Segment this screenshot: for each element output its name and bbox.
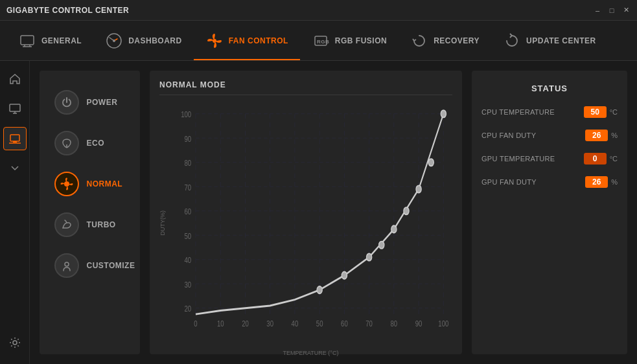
- nav-item-update-center[interactable]: UPDATE CENTER: [491, 21, 608, 60]
- update-center-icon: [503, 32, 521, 50]
- svg-point-64: [404, 207, 409, 214]
- svg-rect-9: [10, 104, 20, 111]
- fan-control-icon: [205, 32, 224, 50]
- svg-text:80: 80: [185, 159, 192, 168]
- svg-text:20: 20: [185, 304, 192, 313]
- cpu-temperature-value: 50: [584, 106, 607, 118]
- turbo-mode-icon: [54, 212, 79, 237]
- nav-label-general: GENERAL: [41, 36, 82, 45]
- maximize-button[interactable]: □: [607, 6, 616, 15]
- left-sidebar: [0, 61, 30, 364]
- customize-mode-label: CUSTOMIZE: [87, 261, 135, 270]
- customize-mode-icon: [54, 253, 79, 278]
- gpu-fan-duty-value: 26: [585, 176, 608, 188]
- nav-label-recovery: RECOVERY: [434, 36, 480, 45]
- nav-item-fan-control[interactable]: FAN CONTROL: [194, 21, 300, 60]
- mode-item-normal[interactable]: NORMAL: [48, 165, 132, 203]
- svg-text:70: 70: [185, 183, 192, 192]
- svg-text:40: 40: [292, 319, 299, 328]
- sidebar-home-icon[interactable]: [3, 67, 27, 91]
- close-button[interactable]: ✕: [621, 6, 631, 15]
- status-panel: STATUS CPU TEMPERATURE 50 °C CPU FAN DUT…: [472, 71, 627, 354]
- sidebar-arrow-icon[interactable]: [3, 157, 27, 180]
- svg-text:90: 90: [415, 319, 423, 328]
- turbo-mode-label: TURBO: [87, 220, 116, 229]
- app-title: GIGABYTE CONTROL CENTER: [6, 6, 129, 15]
- svg-text:10: 10: [217, 319, 224, 328]
- status-title: STATUS: [481, 84, 618, 93]
- svg-text:60: 60: [341, 319, 348, 328]
- nav-item-dashboard[interactable]: DASHBOARD: [93, 21, 194, 60]
- power-mode-icon: [54, 90, 79, 115]
- chart-x-label: TEMPERATURE (°C): [169, 350, 452, 356]
- chart-container[interactable]: DUTY(%): [159, 102, 452, 345]
- recovery-icon: [410, 32, 428, 50]
- svg-text:RGB: RGB: [317, 39, 329, 45]
- nav-bar: GENERAL DASHBOARD FAN CONTROL: [0, 21, 637, 61]
- cpu-temperature-unit: °C: [610, 108, 618, 116]
- svg-point-61: [367, 253, 372, 260]
- chart-svg: 100 90 80 70 60 50 40 30 20 0 10 20 30: [169, 102, 452, 345]
- sidebar-laptop-icon[interactable]: [3, 127, 27, 150]
- nav-item-rgb-fusion[interactable]: RGB RGB FUSION: [300, 21, 399, 60]
- svg-rect-0: [21, 36, 34, 45]
- svg-rect-14: [13, 141, 17, 142]
- cpu-fan-duty-unit: %: [611, 131, 618, 139]
- gpu-temperature-value-group: 0 °C: [584, 153, 618, 165]
- svg-point-60: [342, 272, 347, 279]
- minimize-button[interactable]: –: [593, 6, 602, 15]
- svg-point-5: [113, 40, 115, 42]
- svg-text:40: 40: [185, 256, 192, 265]
- nav-label-fan-control: FAN CONTROL: [229, 36, 288, 45]
- svg-point-6: [213, 39, 216, 43]
- svg-point-65: [416, 185, 421, 192]
- svg-point-17: [64, 181, 69, 187]
- nav-item-recovery[interactable]: RECOVERY: [399, 21, 491, 60]
- power-mode-label: POWER: [87, 98, 118, 107]
- svg-text:60: 60: [185, 207, 192, 216]
- general-icon: [18, 32, 36, 50]
- svg-point-15: [13, 341, 17, 345]
- chart-panel: NORMAL MODE DUTY(%): [150, 71, 462, 354]
- nav-label-rgb-fusion: RGB FUSION: [335, 36, 387, 45]
- status-row-cpu-temp: CPU TEMPERATURE 50 °C: [481, 106, 618, 118]
- status-row-gpu-fan: GPU FAN DUTY 26 %: [481, 176, 618, 188]
- mode-item-eco[interactable]: ECO: [48, 124, 132, 162]
- mode-item-turbo[interactable]: TURBO: [48, 206, 132, 244]
- svg-text:100: 100: [181, 110, 191, 119]
- svg-text:50: 50: [185, 231, 192, 240]
- mode-item-power[interactable]: POWER: [48, 84, 132, 121]
- title-bar: GIGABYTE CONTROL CENTER – □ ✕: [0, 0, 637, 21]
- gpu-temperature-unit: °C: [610, 155, 618, 163]
- svg-text:30: 30: [266, 319, 273, 328]
- chart-inner: 100 90 80 70 60 50 40 30 20 0 10 20 30: [169, 102, 452, 345]
- sidebar-settings-icon[interactable]: [3, 331, 27, 354]
- svg-text:90: 90: [185, 134, 192, 143]
- svg-text:50: 50: [316, 319, 323, 328]
- svg-point-18: [65, 262, 69, 266]
- chart-y-label: DUTY(%): [159, 210, 166, 236]
- cpu-fan-duty-value-group: 26 %: [585, 130, 618, 141]
- svg-text:30: 30: [185, 280, 192, 289]
- svg-text:100: 100: [438, 319, 448, 328]
- nav-item-general[interactable]: GENERAL: [6, 21, 93, 60]
- normal-mode-label: NORMAL: [87, 179, 123, 188]
- mode-item-customize[interactable]: CUSTOMIZE: [48, 247, 132, 284]
- svg-point-62: [379, 242, 384, 249]
- chart-title: NORMAL MODE: [159, 80, 452, 95]
- mode-panel: POWER ECO: [40, 71, 140, 354]
- nav-label-update-center: UPDATE CENTER: [526, 36, 596, 45]
- svg-point-67: [441, 110, 446, 117]
- eco-mode-icon: [54, 131, 79, 155]
- window-controls: – □ ✕: [593, 6, 631, 15]
- normal-mode-icon: [54, 172, 79, 196]
- rgb-fusion-icon: RGB: [312, 32, 330, 50]
- sidebar-monitor-icon[interactable]: [3, 97, 27, 120]
- nav-label-dashboard: DASHBOARD: [128, 36, 182, 45]
- svg-text:0: 0: [194, 319, 197, 328]
- gpu-temperature-value: 0: [584, 153, 607, 165]
- cpu-temperature-label: CPU TEMPERATURE: [481, 108, 555, 116]
- status-row-cpu-fan: CPU FAN DUTY 26 %: [481, 130, 618, 141]
- dashboard-icon: [105, 32, 123, 50]
- svg-text:80: 80: [391, 319, 398, 328]
